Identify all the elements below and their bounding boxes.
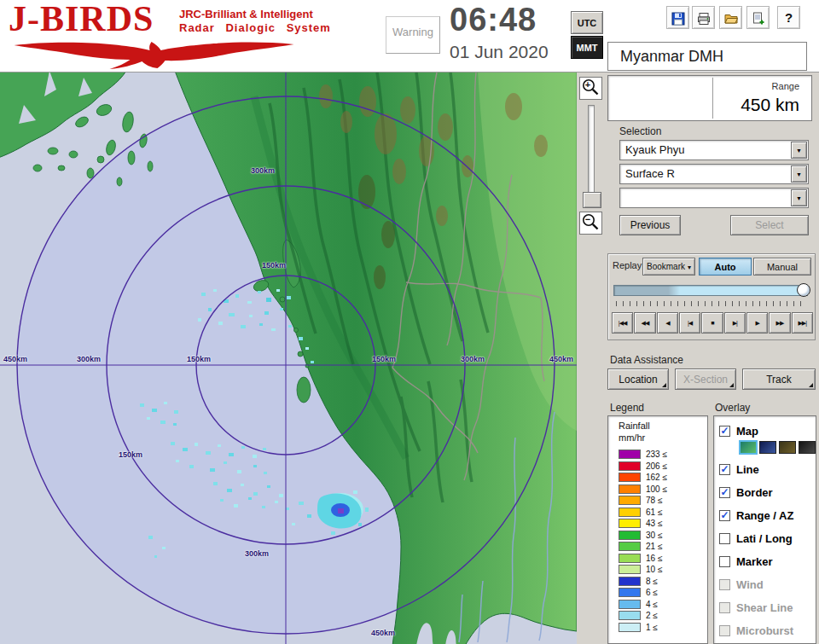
playback-skip-to-start-button[interactable]: |◀◀ bbox=[612, 312, 633, 334]
replay-timeline-slider[interactable] bbox=[613, 285, 808, 296]
checkbox[interactable] bbox=[719, 625, 730, 636]
previous-button[interactable]: Previous bbox=[619, 215, 681, 235]
export-icon bbox=[751, 11, 766, 26]
zoom-controls: + − bbox=[577, 73, 606, 644]
legend-value: 61 ≤ bbox=[646, 508, 662, 517]
legend-row: 21 ≤ bbox=[619, 541, 706, 553]
overlay-item-lati-long[interactable]: Lati / Long bbox=[719, 527, 816, 550]
help-button[interactable]: ? bbox=[777, 6, 800, 29]
legend-color-swatch bbox=[619, 542, 641, 551]
playback-fast-forward-button[interactable]: ▶▶ bbox=[769, 312, 790, 334]
map-style-terrain-green[interactable] bbox=[740, 441, 757, 454]
legend-color-swatch bbox=[619, 588, 641, 597]
bookmark-button[interactable]: Bookmark▾ bbox=[642, 258, 695, 276]
corner-arrow-icon bbox=[662, 383, 666, 387]
range-ring-label: 450km bbox=[3, 355, 27, 363]
save-button[interactable] bbox=[666, 6, 689, 29]
checkbox[interactable]: ✓ bbox=[719, 510, 730, 521]
auto-mode-button[interactable]: Auto bbox=[699, 258, 752, 276]
playback-play-reverse-button[interactable]: ◀ bbox=[657, 312, 678, 334]
manual-mode-button[interactable]: Manual bbox=[753, 258, 811, 276]
playback-step-back-button[interactable]: |◀ bbox=[679, 312, 700, 334]
checkbox[interactable]: ✓ bbox=[719, 487, 730, 498]
range-ring-label: 300km bbox=[251, 166, 275, 175]
zoom-in-glyph: + bbox=[581, 78, 595, 92]
legend-row: 100 ≤ bbox=[619, 484, 706, 496]
checkbox[interactable] bbox=[719, 556, 730, 567]
legend-color-swatch bbox=[619, 519, 641, 528]
option-dropdown[interactable]: ▼ bbox=[619, 188, 809, 208]
station-name-field: Myanmar DMH bbox=[607, 42, 807, 71]
map-style-options bbox=[740, 441, 816, 455]
overlay-item-range-az[interactable]: ✓Range / AZ bbox=[719, 504, 816, 527]
overlay-item-line[interactable]: ✓Line bbox=[719, 458, 816, 481]
checkbox[interactable] bbox=[719, 533, 730, 544]
playback-step-forward-button[interactable]: ▶| bbox=[724, 312, 746, 334]
playback-stop-button[interactable]: ■ bbox=[701, 312, 723, 334]
zoom-slider-track[interactable] bbox=[588, 105, 595, 194]
radar-map[interactable]: 450km300km150km150km300km450km300km150km… bbox=[0, 73, 577, 644]
legend-row: 30 ≤ bbox=[619, 530, 706, 542]
print-button[interactable] bbox=[692, 6, 715, 29]
assist-location-button[interactable]: Location bbox=[607, 368, 669, 390]
playback-play-button[interactable]: ▶ bbox=[746, 312, 768, 334]
chevron-down-icon[interactable]: ▼ bbox=[791, 189, 807, 206]
utc-toggle-button[interactable]: UTC bbox=[571, 11, 603, 34]
playback-controls: |◀◀◀◀◀|◀■▶|▶▶▶▶▶| bbox=[612, 312, 813, 334]
checkbox[interactable]: ✓ bbox=[719, 426, 730, 437]
legend-row: 2 ≤ bbox=[619, 610, 706, 622]
checkbox[interactable] bbox=[719, 602, 730, 613]
map-style-olive[interactable] bbox=[779, 441, 796, 454]
replay-slider-handle[interactable] bbox=[797, 283, 810, 297]
legend-row: 1 ≤ bbox=[619, 622, 706, 634]
legend-color-swatch bbox=[619, 496, 641, 505]
assist-track-button[interactable]: Track bbox=[742, 368, 816, 390]
chevron-down-icon[interactable]: ▼ bbox=[791, 142, 807, 159]
selection-label: Selection bbox=[619, 125, 661, 137]
overlay-item-shear-line[interactable]: Shear Line bbox=[719, 596, 816, 619]
playback-fast-rewind-button[interactable]: ◀◀ bbox=[634, 312, 655, 334]
warning-button[interactable]: Warning bbox=[386, 16, 440, 54]
product-dropdown[interactable]: Surface R ▼ bbox=[619, 164, 809, 184]
zoom-in-button[interactable]: + bbox=[579, 77, 602, 100]
legend-value: 4 ≤ bbox=[646, 600, 658, 609]
legend-row: 43 ≤ bbox=[619, 518, 706, 530]
legend-value: 30 ≤ bbox=[646, 531, 662, 540]
range-value: 450 km bbox=[741, 95, 799, 115]
mmt-toggle-button[interactable]: MMT bbox=[571, 36, 603, 59]
range-ring-label: 150km bbox=[372, 355, 396, 363]
legend-panel: Rainfall mm/hr 233 ≤206 ≤162 ≤100 ≤78 ≤6… bbox=[607, 415, 708, 644]
checkbox[interactable]: ✓ bbox=[719, 464, 730, 475]
overlay-item-label: Marker bbox=[736, 555, 773, 568]
map-style-dark[interactable] bbox=[799, 441, 816, 454]
legend-row: 4 ≤ bbox=[619, 599, 706, 611]
checkbox[interactable] bbox=[719, 579, 730, 590]
assist-x-section-button[interactable]: X-Section bbox=[675, 368, 736, 390]
export-button[interactable] bbox=[746, 6, 770, 29]
overlay-item-marker[interactable]: Marker bbox=[719, 550, 816, 573]
site-dropdown[interactable]: Kyauk Phyu ▼ bbox=[619, 140, 809, 160]
legend-value: 100 ≤ bbox=[646, 484, 667, 494]
overlay-item-map[interactable]: ✓Map bbox=[719, 420, 816, 443]
legend-color-swatch bbox=[619, 473, 641, 482]
open-folder-button[interactable] bbox=[719, 6, 742, 29]
clock-date: 01 Jun 2020 bbox=[450, 42, 549, 62]
overlay-item-border[interactable]: ✓Border bbox=[719, 481, 816, 504]
chevron-down-icon[interactable]: ▼ bbox=[791, 165, 807, 183]
select-button[interactable]: Select bbox=[730, 215, 809, 235]
overlay-item-microburst[interactable]: Microburst bbox=[719, 619, 816, 642]
zoom-slider-handle[interactable] bbox=[583, 192, 601, 208]
legend-value: 233 ≤ bbox=[646, 450, 667, 459]
overlay-item-wind[interactable]: Wind bbox=[719, 573, 816, 596]
legend-color-swatch bbox=[619, 508, 641, 517]
legend-value: 21 ≤ bbox=[646, 542, 662, 551]
playback-skip-to-end-button[interactable]: ▶▶| bbox=[792, 312, 813, 334]
legend-value: 78 ≤ bbox=[646, 496, 662, 505]
legend-value: 206 ≤ bbox=[646, 461, 667, 471]
overlay-label: Overlay bbox=[715, 402, 750, 414]
print-icon bbox=[696, 11, 712, 26]
replay-label: Replay bbox=[613, 260, 642, 270]
zoom-out-button[interactable]: − bbox=[579, 212, 602, 235]
map-style-navy[interactable] bbox=[759, 441, 776, 454]
legend-value: 8 ≤ bbox=[646, 577, 658, 586]
